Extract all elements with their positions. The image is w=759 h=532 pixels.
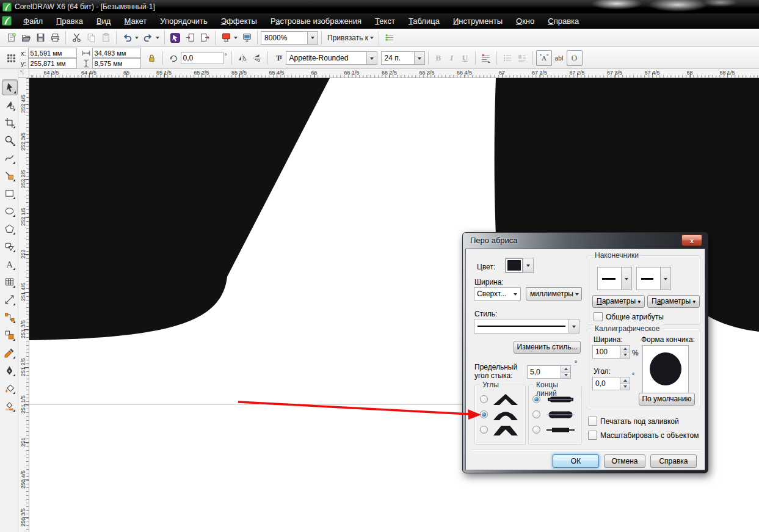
corner-round-radio[interactable] bbox=[480, 410, 488, 418]
export-button[interactable] bbox=[197, 31, 212, 45]
lock-ratio-icon[interactable] bbox=[145, 51, 159, 65]
ellipse-tool[interactable] bbox=[2, 203, 16, 218]
end-arrowhead-combobox[interactable] bbox=[636, 267, 671, 290]
smart-fill-tool[interactable] bbox=[2, 168, 16, 183]
help-button[interactable]: Справка bbox=[650, 454, 697, 468]
mirror-vertical-button[interactable] bbox=[250, 51, 264, 65]
bulleted-list-button[interactable] bbox=[500, 51, 515, 65]
bold-button[interactable]: B bbox=[432, 53, 445, 63]
start-arrow-options-button[interactable]: Параметры ▾ bbox=[592, 295, 645, 308]
width-units-combobox[interactable]: миллиметры bbox=[526, 287, 582, 301]
y-position-field[interactable]: 255,871 мм bbox=[28, 58, 77, 68]
new-document-button[interactable] bbox=[4, 31, 18, 45]
scale-with-object-checkbox[interactable]: Масштабировать с объектом bbox=[588, 431, 699, 440]
share-attributes-checkbox[interactable]: Общие атрибуты bbox=[594, 312, 664, 321]
welcome-screen-button[interactable] bbox=[239, 31, 254, 45]
font-name-combobox[interactable]: Appetite-Rounded bbox=[286, 51, 377, 65]
start-arrowhead-combobox[interactable] bbox=[597, 267, 632, 290]
menu-окно[interactable]: Окно bbox=[509, 15, 541, 27]
menu-макет[interactable]: Макет bbox=[117, 15, 153, 27]
outline-color-picker[interactable] bbox=[505, 258, 534, 273]
outline-pen-tool[interactable] bbox=[2, 363, 16, 377]
print-button[interactable] bbox=[48, 31, 62, 45]
open-button[interactable] bbox=[18, 31, 33, 45]
stretch-spinner[interactable]: 100 bbox=[592, 345, 630, 359]
menu-справка[interactable]: Справка bbox=[541, 15, 586, 27]
zoom-tool[interactable] bbox=[2, 133, 16, 147]
save-button[interactable] bbox=[33, 31, 48, 45]
miter-limit-spinner[interactable]: 5,0 bbox=[527, 365, 571, 379]
menu-правка[interactable]: Правка bbox=[49, 15, 90, 27]
drop-cap-button[interactable] bbox=[515, 51, 529, 65]
menu-растровые-изображения[interactable]: Растровые изображения bbox=[264, 15, 368, 27]
italic-button[interactable]: I bbox=[445, 53, 459, 63]
crop-tool[interactable] bbox=[2, 115, 16, 129]
end-arrow-options-button[interactable]: Параметры ▾ bbox=[647, 295, 700, 308]
units-dropdown-button[interactable] bbox=[573, 288, 581, 300]
share-attributes-checkbox-box[interactable] bbox=[594, 312, 603, 321]
basic-shapes-tool[interactable] bbox=[2, 239, 16, 253]
mirror-horizontal-button[interactable] bbox=[235, 51, 250, 65]
pick-tool[interactable] bbox=[2, 79, 18, 95]
font-dropdown-button[interactable] bbox=[366, 52, 377, 64]
object-height-field[interactable]: 8,575 мм bbox=[92, 58, 141, 68]
cap-butt-radio[interactable] bbox=[532, 395, 540, 403]
underline-button[interactable]: U bbox=[459, 53, 472, 63]
snap-to-dropdown-arrow[interactable] bbox=[370, 37, 374, 41]
dialog-close-button[interactable]: x bbox=[681, 235, 702, 246]
print-under-fill-checkbox-box[interactable] bbox=[588, 417, 597, 426]
corner-bevel-radio[interactable] bbox=[480, 426, 488, 434]
fill-tool[interactable] bbox=[2, 381, 16, 395]
blend-tool[interactable] bbox=[2, 327, 16, 342]
interactive-fill-tool[interactable] bbox=[2, 398, 16, 413]
table-tool[interactable] bbox=[2, 274, 16, 289]
menu-файл[interactable]: Файл bbox=[16, 15, 49, 27]
cut-button[interactable] bbox=[69, 31, 84, 45]
connector-tool[interactable] bbox=[2, 310, 16, 324]
edit-text-button[interactable]: abI bbox=[552, 51, 567, 65]
edit-style-button[interactable]: Изменить стиль... bbox=[514, 341, 581, 354]
miter-spin-down[interactable] bbox=[561, 373, 570, 379]
import-button[interactable] bbox=[183, 31, 197, 45]
menu-текст[interactable]: Текст bbox=[368, 15, 402, 27]
stretch-spin-up[interactable] bbox=[620, 346, 630, 352]
options-button[interactable] bbox=[382, 31, 397, 45]
print-under-fill-checkbox[interactable]: Печатать под заливкой bbox=[588, 417, 679, 426]
paste-button[interactable] bbox=[98, 31, 113, 45]
corner-miter-radio[interactable] bbox=[480, 395, 488, 403]
undo-button[interactable] bbox=[120, 31, 134, 45]
ruler-origin-corner[interactable] bbox=[18, 69, 29, 78]
scale-with-object-checkbox-box[interactable] bbox=[588, 431, 597, 440]
search-content-button[interactable] bbox=[168, 31, 183, 45]
horizontal-ruler[interactable]: 64 3/564 4/56565 1/565 2/565 3/565 4/566… bbox=[29, 69, 759, 78]
color-eyedropper-tool[interactable] bbox=[2, 345, 16, 360]
stretch-spin-down[interactable] bbox=[620, 352, 630, 359]
freehand-tool[interactable] bbox=[2, 150, 16, 165]
menu-инструменты[interactable]: Инструменты bbox=[446, 15, 509, 27]
color-dropdown-button[interactable] bbox=[523, 258, 533, 272]
snap-to-label[interactable]: Привязать к bbox=[325, 34, 369, 42]
text-tool[interactable]: A bbox=[2, 257, 16, 271]
cancel-button[interactable]: Отмена bbox=[604, 454, 645, 468]
menu-вид[interactable]: Вид bbox=[90, 15, 118, 27]
dimension-tool[interactable] bbox=[2, 292, 16, 307]
outline-width-combobox[interactable]: Сверхт... bbox=[474, 287, 521, 301]
end-arrowhead-dropdown[interactable] bbox=[660, 268, 670, 290]
menu-упорядочить[interactable]: Упорядочить bbox=[153, 15, 214, 27]
cap-square-radio[interactable] bbox=[532, 426, 540, 434]
object-origin-grid[interactable] bbox=[4, 51, 18, 65]
rotation-angle-field[interactable]: 0,0 bbox=[181, 52, 223, 64]
width-dropdown-button[interactable] bbox=[510, 288, 520, 300]
font-size-combobox[interactable]: 24 п. bbox=[381, 51, 425, 65]
object-width-field[interactable]: 34,493 мм bbox=[92, 48, 141, 58]
copy-button[interactable] bbox=[84, 31, 98, 45]
polygon-tool[interactable] bbox=[2, 221, 16, 236]
menu-эффекты[interactable]: Эффекты bbox=[214, 15, 264, 27]
miter-spin-up[interactable] bbox=[561, 366, 570, 373]
cap-round-radio[interactable] bbox=[532, 410, 540, 418]
angle-spin-down[interactable] bbox=[620, 384, 630, 390]
line-style-combobox[interactable] bbox=[474, 319, 579, 333]
default-button[interactable]: По умолчанию bbox=[639, 393, 695, 406]
menu-таблица[interactable]: Таблица bbox=[402, 15, 446, 27]
character-formatting-button[interactable]: A bbox=[536, 50, 552, 66]
